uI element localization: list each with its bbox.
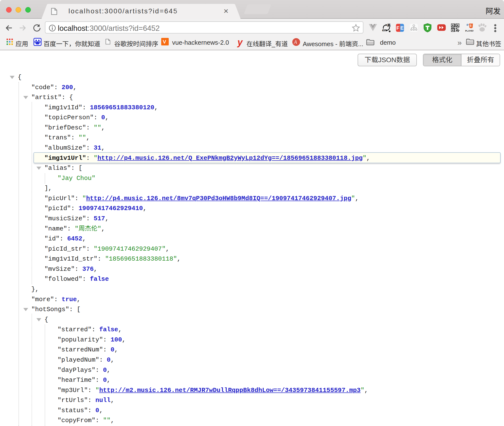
svg-text:E: E (400, 25, 403, 31)
svg-text:A: A (294, 39, 297, 45)
svg-text:PLAYER: PLAYER (465, 29, 473, 32)
svg-text:英: 英 (387, 23, 391, 27)
svg-text:V: V (163, 39, 166, 44)
svg-text:en: en (382, 28, 386, 32)
svg-text:5: 5 (470, 24, 471, 27)
svg-text:F: F (396, 25, 399, 31)
